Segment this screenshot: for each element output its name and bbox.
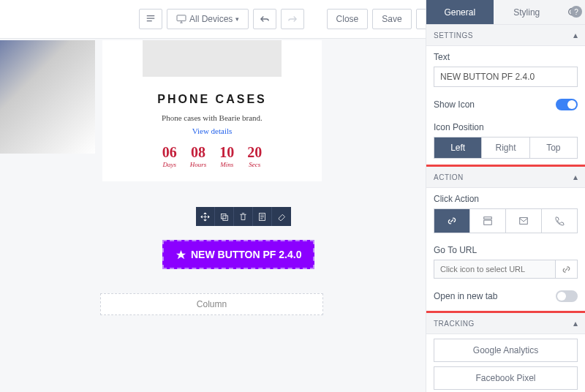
tab-styling[interactable]: Styling: [494, 0, 561, 25]
action-section-button[interactable]: [470, 209, 506, 233]
element-controls-bar: [196, 207, 291, 226]
countdown-mins-num: 10: [219, 144, 234, 161]
settings-section-header[interactable]: SETTINGS ▴: [426, 25, 585, 46]
column-placeholder[interactable]: Column: [100, 293, 323, 315]
click-action-label: Click Action: [434, 194, 578, 204]
collapse-icon: ▴: [573, 30, 578, 40]
settings-header-label: SETTINGS: [434, 31, 473, 39]
show-icon-label: Show Icon: [434, 99, 475, 110]
action-link-button[interactable]: [434, 209, 470, 233]
undo-icon: [260, 15, 270, 23]
action-section-highlight: ACTION ▴ Click Action Go To UR: [426, 165, 585, 313]
trash-icon: [238, 212, 248, 222]
redo-icon: [287, 15, 298, 23]
svg-rect-2: [223, 215, 228, 220]
eraser-icon: [277, 212, 287, 222]
product-image: [0, 40, 95, 154]
duplicate-button[interactable]: [215, 207, 234, 226]
google-analytics-button[interactable]: Google Analytics: [434, 339, 578, 362]
icon-position-label: Icon Position: [434, 122, 578, 132]
svg-rect-1: [221, 214, 226, 219]
position-left-button[interactable]: Left: [434, 137, 482, 158]
tracking-header-label: TRACKING: [434, 320, 475, 328]
action-header-label: ACTION: [434, 173, 464, 181]
column-label: Column: [197, 299, 227, 309]
layout-icon: [483, 216, 493, 226]
move-handle[interactable]: [196, 207, 215, 226]
product-card-left: CKS Bearie brand.: [0, 40, 95, 196]
product-desc: Bearie brand.: [0, 185, 95, 196]
text-format-button[interactable]: [139, 9, 162, 29]
url-input[interactable]: [434, 260, 555, 278]
action-section-header[interactable]: ACTION ▴: [426, 167, 585, 188]
countdown-hours-label: Hours: [190, 161, 207, 168]
mail-icon: [518, 216, 529, 226]
save-element-button[interactable]: [253, 207, 272, 226]
redo-button[interactable]: [281, 9, 304, 29]
svg-rect-0: [177, 15, 186, 21]
countdown-days-label: Days: [162, 161, 177, 168]
chevron-down-icon: ▾: [235, 15, 239, 23]
product-title: PHONE CASES: [102, 93, 322, 106]
action-email-button[interactable]: [506, 209, 542, 233]
tab-general[interactable]: General: [426, 0, 494, 25]
position-right-button[interactable]: Right: [482, 137, 529, 158]
countdown-hours-num: 08: [190, 144, 207, 161]
position-top-button[interactable]: Top: [530, 137, 577, 158]
text-input[interactable]: [434, 67, 578, 87]
select-url-button[interactable]: [555, 260, 577, 278]
product-card-right: PHONE CASES Phone cases with Bearie bran…: [102, 40, 322, 181]
copy-icon: [219, 212, 229, 222]
countdown-mins-label: Mins: [219, 161, 234, 168]
link-icon: [447, 216, 457, 226]
svg-rect-6: [484, 220, 492, 225]
product-desc: Phone cases with Bearie brand.: [102, 113, 322, 122]
link-icon: [562, 265, 571, 274]
countdown-secs-num: 20: [247, 144, 262, 161]
save-button[interactable]: Save: [372, 9, 411, 29]
star-icon: [176, 249, 186, 260]
product-title: CKS: [0, 164, 95, 176]
svg-rect-5: [484, 217, 492, 219]
more-button[interactable]: [272, 207, 291, 226]
text-field-label: Text: [434, 52, 578, 62]
phone-icon: [554, 216, 565, 226]
monitor-icon: [176, 15, 186, 23]
show-icon-toggle[interactable]: [556, 99, 578, 110]
delete-button[interactable]: [234, 207, 253, 226]
click-action-segmented: [434, 208, 578, 233]
goto-url-label: Go To URL: [434, 245, 578, 255]
collapse-icon: ▴: [573, 318, 578, 328]
product-image: [143, 40, 282, 77]
open-new-tab-label: Open in new tab: [434, 291, 497, 301]
document-icon: [257, 212, 267, 222]
facebook-pixel-button[interactable]: Facebook Pixel: [434, 366, 578, 390]
properties-sidebar: General Styling SETTINGS ▴ Text Show Ico…: [426, 0, 585, 392]
new-button-label: NEW BUTTON PF 2.4.0: [191, 249, 301, 260]
open-new-tab-toggle[interactable]: [556, 290, 578, 302]
new-button-element[interactable]: NEW BUTTON PF 2.4.0: [162, 240, 314, 269]
devices-label: All Devices: [189, 14, 233, 24]
action-phone-button[interactable]: [542, 209, 577, 233]
tracking-section-header[interactable]: TRACKING ▴: [426, 313, 585, 334]
icon-position-segmented: Left Right Top: [434, 137, 578, 159]
move-icon: [200, 212, 210, 222]
editor-canvas: CKS Bearie brand. PHONE CASES Phone case…: [0, 38, 426, 392]
text-format-icon: [146, 14, 156, 24]
devices-dropdown[interactable]: All Devices ▾: [167, 9, 249, 29]
countdown-timer: 06Days 08Hours 10Mins 20Secs: [102, 144, 322, 168]
view-details-link[interactable]: View details: [102, 127, 322, 135]
countdown-secs-label: Secs: [247, 161, 262, 168]
svg-rect-7: [520, 218, 528, 225]
close-button[interactable]: Close: [327, 9, 369, 29]
collapse-icon: ▴: [573, 172, 578, 182]
undo-button[interactable]: [253, 9, 276, 29]
help-badge[interactable]: ?: [570, 6, 582, 18]
sidebar-tabs: General Styling: [426, 0, 585, 25]
countdown-days-num: 06: [162, 144, 177, 161]
